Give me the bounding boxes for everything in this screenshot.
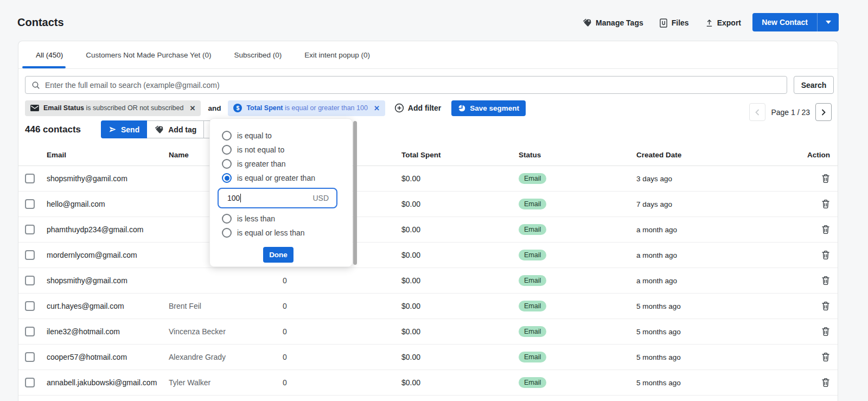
radio-button[interactable]: [222, 214, 232, 224]
delete-contact-button[interactable]: [821, 225, 830, 234]
pie-chart-icon: [458, 104, 466, 112]
total-spent-filter-chip[interactable]: $ Total Spent is equal or greater than 1…: [228, 100, 385, 116]
delete-contact-button[interactable]: [821, 276, 830, 285]
row-checkbox[interactable]: [25, 327, 35, 336]
action-cell: [773, 327, 838, 336]
tab-0[interactable]: All (450): [36, 51, 63, 59]
status-cell: Email: [519, 224, 636, 235]
contact-email: ilene32@hotmail.com: [47, 327, 169, 336]
filter-option-0[interactable]: is equal to: [222, 129, 352, 143]
contacts-count: 446 contacts: [25, 124, 101, 135]
status-badge: Email: [519, 326, 546, 338]
row-checkbox[interactable]: [25, 174, 35, 183]
tags-icon: [582, 18, 592, 27]
popup-scrollbar[interactable]: [353, 121, 357, 265]
filter-option-3[interactable]: is equal or greater than: [222, 171, 352, 185]
save-segment-button[interactable]: Save segment: [451, 100, 526, 116]
action-cell: [773, 250, 838, 260]
contact-total-spent: $0.00: [401, 276, 519, 285]
contacts-table: EmailNameTotal SpentStatusCreated DateAc…: [18, 144, 838, 396]
delete-contact-button[interactable]: [821, 250, 830, 260]
contact-email: phamthuydp234@gmail.com: [47, 225, 169, 234]
amount-input[interactable]: 100USD: [218, 188, 337, 208]
row-checkbox[interactable]: [25, 378, 35, 387]
table-row: cooper57@hotmail.comAlexandre Grady0$0.0…: [18, 345, 838, 370]
contact-name: Vincenza Becker: [169, 327, 283, 336]
next-page-button[interactable]: [815, 103, 832, 121]
contact-count: 0: [283, 353, 401, 361]
page-title: Contacts: [17, 16, 64, 29]
column-header-Status: Status: [519, 151, 636, 159]
header-action-label: Manage Tags: [596, 18, 643, 27]
filter-option-label: is less than: [237, 214, 275, 223]
search-button[interactable]: Search: [794, 76, 834, 94]
new-contact-button[interactable]: New Contact: [752, 13, 817, 31]
header-action-export[interactable]: Export: [705, 18, 741, 27]
contact-created-date: 3 days ago: [636, 175, 773, 183]
contact-count: 0: [283, 276, 401, 285]
filter-option-4[interactable]: is less than: [222, 212, 352, 226]
filter-option-label: is greater than: [237, 160, 286, 168]
contact-email: shopsmithy@gmail.com: [47, 276, 169, 285]
tab-1[interactable]: Customers Not Made Purchase Yet (0): [86, 51, 211, 59]
header-action-manage-tags[interactable]: Manage Tags: [582, 18, 643, 27]
radio-button[interactable]: [222, 228, 232, 238]
send-button[interactable]: Send: [101, 120, 147, 138]
contact-count: 0: [283, 302, 401, 310]
add-filter-button[interactable]: Add filter: [394, 103, 441, 113]
new-contact-split-button: New Contact: [752, 13, 839, 31]
radio-button[interactable]: [222, 131, 232, 141]
contact-email: curt.hayes@gmail.com: [47, 302, 169, 310]
contact-email: cooper57@hotmail.com: [47, 353, 169, 361]
filter-field-label: Email Status: [43, 104, 84, 112]
export-icon: [705, 19, 713, 27]
contact-name: Brent Feil: [169, 302, 283, 310]
new-contact-dropdown-button[interactable]: [817, 13, 839, 31]
column-header-Total Spent: Total Spent: [401, 151, 519, 159]
row-checkbox[interactable]: [25, 352, 35, 362]
email-status-filter-chip[interactable]: Email Status is subscribed OR not subscr…: [25, 100, 201, 116]
filter-option-2[interactable]: is greater than: [222, 157, 352, 171]
header-action-files[interactable]: Files: [660, 18, 689, 28]
status-cell: Email: [519, 377, 636, 389]
radio-button[interactable]: [222, 159, 232, 169]
amount-value: 100: [227, 194, 240, 202]
checkbox-cell: [25, 250, 47, 260]
delete-contact-button[interactable]: [821, 174, 830, 183]
row-checkbox[interactable]: [25, 250, 35, 260]
delete-contact-button[interactable]: [821, 199, 830, 209]
radio-button[interactable]: [222, 173, 232, 183]
filter-option-1[interactable]: is not equal to: [222, 143, 352, 157]
tab-3[interactable]: Exit intent popup (0): [304, 51, 370, 59]
search-input[interactable]: [45, 81, 781, 90]
filter-option-label: is equal or less than: [237, 228, 305, 237]
row-checkbox[interactable]: [25, 225, 35, 234]
status-cell: Email: [519, 352, 636, 363]
done-button[interactable]: Done: [263, 247, 293, 263]
dollar-circle-icon: $: [233, 104, 242, 112]
table-row: shopsmithy@gmail.com0$0.00Emaila month a…: [18, 268, 838, 294]
filter-connector: and: [208, 104, 221, 112]
tab-2[interactable]: Subscribed (0): [234, 51, 282, 59]
radio-button[interactable]: [222, 145, 232, 155]
pagination: Page 1 / 23: [749, 103, 832, 121]
files-icon: [660, 18, 668, 28]
row-checkbox[interactable]: [25, 199, 35, 209]
row-checkbox[interactable]: [25, 301, 35, 311]
add-tag-button[interactable]: Add tag: [147, 120, 204, 138]
remove-email-status-filter-icon[interactable]: ✕: [188, 104, 195, 112]
filter-condition-label: is subscribed OR not subscribed: [86, 104, 184, 112]
delete-contact-button[interactable]: [821, 352, 830, 362]
filter-option-5[interactable]: is equal or less than: [222, 226, 352, 240]
remove-total-spent-filter-icon[interactable]: ✕: [372, 104, 380, 112]
delete-contact-button[interactable]: [821, 327, 830, 336]
text-cursor: [240, 194, 241, 202]
delete-contact-button[interactable]: [821, 378, 830, 387]
contact-created-date: a month ago: [636, 277, 773, 285]
prev-page-button[interactable]: [749, 103, 765, 121]
row-checkbox[interactable]: [25, 276, 35, 285]
delete-contact-button[interactable]: [821, 301, 830, 311]
column-header-Action: Action: [773, 151, 838, 159]
contact-email: shopsmithy@gamil.com: [47, 174, 169, 183]
filter-option-label: is equal or greater than: [237, 174, 315, 182]
